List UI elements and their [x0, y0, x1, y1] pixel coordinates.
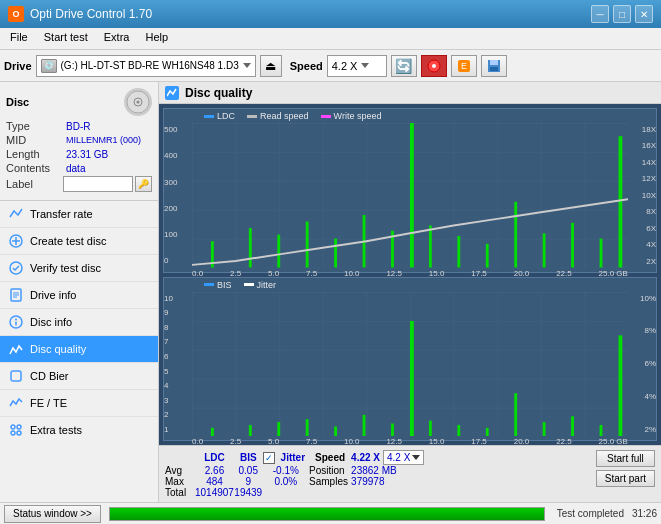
svg-text:E: E — [461, 61, 467, 71]
disc-type-row: Type BD-R — [6, 120, 152, 132]
menu-start-test[interactable]: Start test — [38, 30, 94, 47]
legend-jitter: Jitter — [244, 280, 277, 290]
stats-area: LDC BIS ✓ Jitter Speed 4.22 X 4.2 X — [159, 445, 661, 502]
stats-speed-dropdown[interactable]: 4.2 X — [383, 450, 424, 465]
time-text: 31:26 — [632, 508, 657, 519]
close-button[interactable]: ✕ — [635, 5, 653, 23]
svg-rect-29 — [277, 235, 280, 268]
title-bar-controls: ─ □ ✕ — [591, 5, 653, 23]
top-chart-y-left: 500 400 300 200 100 0 — [164, 123, 177, 268]
disc-type-value: BD-R — [66, 121, 90, 132]
stats-total-label: Total — [165, 487, 195, 498]
status-window-button[interactable]: Status window >> — [4, 505, 101, 523]
legend-ldc: LDC — [204, 111, 235, 121]
disc-label-label: Label — [6, 178, 63, 190]
extra-tests-icon — [8, 422, 24, 438]
refresh-button[interactable]: 🔄 — [391, 55, 417, 77]
menu-extra[interactable]: Extra — [98, 30, 136, 47]
minimize-button[interactable]: ─ — [591, 5, 609, 23]
top-chart-area: 500 400 300 200 100 0 18X 16X 14X 12X 10… — [164, 123, 656, 268]
bottom-chart-y-right: 10% 8% 6% 4% 2% — [640, 292, 656, 437]
save-button[interactable] — [481, 55, 507, 77]
progress-bar-fill — [110, 508, 544, 520]
top-chart: LDC Read speed Write speed — [163, 108, 657, 273]
top-chart-svg — [192, 123, 628, 268]
main-area: Disc Type BD-R MID MILLENMR1 (000) Leng — [0, 82, 661, 502]
svg-rect-54 — [486, 427, 489, 436]
nav-create-test-disc[interactable]: Create test disc — [0, 228, 158, 255]
start-part-button[interactable]: Start part — [596, 470, 655, 487]
disc-quality-header-icon — [165, 86, 179, 100]
disc-label-input[interactable] — [63, 176, 133, 192]
disc-label-row: Label 🔑 — [6, 176, 152, 192]
svg-rect-53 — [457, 424, 460, 436]
nav-extra-tests[interactable]: Extra tests — [0, 417, 158, 443]
nav-transfer-rate[interactable]: Transfer rate — [0, 201, 158, 228]
svg-point-25 — [17, 431, 21, 435]
svg-rect-50 — [391, 423, 394, 436]
bottom-chart-area: 10 9 8 7 6 5 4 3 2 1 10% 8% — [164, 292, 656, 437]
drive-dropdown-arrow — [243, 63, 251, 68]
nav-transfer-rate-label: Transfer rate — [30, 208, 93, 220]
create-test-disc-icon — [8, 233, 24, 249]
svg-rect-31 — [334, 239, 337, 268]
disc-length-row: Length 23.31 GB — [6, 148, 152, 160]
nav-cd-bier-label: CD Bier — [30, 370, 69, 382]
bottom-chart-y-left: 10 9 8 7 6 5 4 3 2 1 — [164, 292, 173, 437]
speed-select[interactable]: 4.2 X — [327, 55, 387, 77]
read-speed-legend-label: Read speed — [260, 111, 309, 121]
stats-speed-header: Speed — [309, 450, 351, 465]
drive-select[interactable]: 💿 (G:) HL-DT-ST BD-RE WH16NS48 1.D3 — [36, 55, 256, 77]
legend-bis: BIS — [204, 280, 232, 290]
disc-length-label: Length — [6, 148, 66, 160]
nav-drive-info-label: Drive info — [30, 289, 76, 301]
nav-cd-bier[interactable]: CD Bier — [0, 363, 158, 390]
svg-rect-57 — [571, 416, 574, 436]
menu-help[interactable]: Help — [139, 30, 174, 47]
stats-speed-dropdown-arrow — [412, 455, 420, 460]
nav-verify-test-disc[interactable]: Verify test disc — [0, 255, 158, 282]
disc-info-icon — [8, 314, 24, 330]
settings-button2[interactable]: E — [451, 55, 477, 77]
nav-fe-te[interactable]: FE / TE — [0, 390, 158, 417]
stats-bis-max: 9 — [234, 476, 263, 487]
svg-rect-37 — [486, 244, 489, 268]
svg-rect-58 — [600, 424, 603, 436]
nav-drive-info[interactable]: Drive info — [0, 282, 158, 309]
erase-icon: E — [457, 59, 471, 73]
jitter-checkbox[interactable]: ✓ — [263, 452, 275, 464]
maximize-button[interactable]: □ — [613, 5, 631, 23]
stats-position-label: Position — [309, 465, 351, 476]
disc-mid-row: MID MILLENMR1 (000) — [6, 134, 152, 146]
bis-legend-dot — [204, 283, 214, 286]
menu-file[interactable]: File — [4, 30, 34, 47]
menu-bar: File Start test Extra Help — [0, 28, 661, 50]
disc-label-button[interactable]: 🔑 — [135, 176, 152, 192]
stats-jitter-header: Jitter — [277, 450, 309, 465]
nav-disc-info[interactable]: Disc info — [0, 309, 158, 336]
svg-rect-21 — [11, 371, 21, 381]
stats-speed-dropdown-val: 4.2 X — [387, 452, 410, 463]
disc-header: Disc — [6, 88, 152, 116]
stats-ldc-max: 484 — [195, 476, 234, 487]
start-full-button[interactable]: Start full — [596, 450, 655, 467]
svg-rect-39 — [543, 233, 546, 267]
stats-max-label: Max — [165, 476, 195, 487]
svg-rect-55 — [514, 393, 517, 436]
settings-button1[interactable] — [421, 55, 447, 77]
disc-quality-icon — [427, 59, 441, 73]
fe-te-icon — [8, 395, 24, 411]
svg-rect-44 — [211, 427, 214, 436]
svg-rect-36 — [457, 236, 460, 268]
stats-bis-avg: 0.05 — [234, 465, 263, 476]
eject-button[interactable]: ⏏ — [260, 55, 282, 77]
nav-disc-quality[interactable]: Disc quality — [0, 336, 158, 363]
jitter-legend-label: Jitter — [257, 280, 277, 290]
svg-point-22 — [11, 425, 15, 429]
stats-samples-label: Samples — [309, 476, 351, 487]
drive-value: (G:) HL-DT-ST BD-RE WH16NS48 1.D3 — [61, 60, 239, 71]
nav-verify-test-disc-label: Verify test disc — [30, 262, 101, 274]
svg-rect-6 — [490, 67, 498, 71]
speed-dropdown-arrow — [361, 63, 369, 68]
svg-rect-49 — [363, 414, 366, 436]
